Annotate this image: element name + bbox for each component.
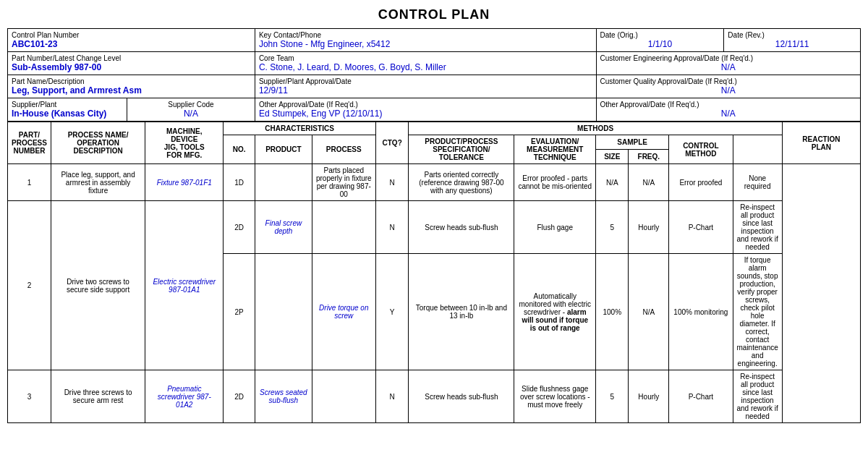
cell-eval-3: Slide flushness gage over screw location… <box>514 370 596 423</box>
cell-control-3: P-Chart <box>669 370 733 423</box>
cell-product-1 <box>255 164 312 201</box>
cell-freq-2p: N/A <box>629 254 669 370</box>
cust-quality-label: Customer Quality Approval/Date (If Req'd… <box>600 77 857 85</box>
cell-product-3: Screws seated sub-flush <box>255 370 312 423</box>
col-ctq: CTQ? <box>375 122 409 164</box>
core-team-label: Core Team <box>259 54 592 62</box>
supplier-plant-value: In-House (Kansas City) <box>12 109 106 119</box>
other-approval2-value: N/A <box>600 109 857 119</box>
cell-freq-3: Hourly <box>629 370 669 423</box>
col-machine: MACHINE,DEVICEJIG, TOOLSFOR MFG. <box>145 122 224 164</box>
part-name-value: Leg, Support, and Armrest Asm <box>12 85 142 95</box>
cust-eng-value: N/A <box>600 62 857 72</box>
cell-eval-1: Error proofed - parts cannot be mis-orie… <box>514 164 596 201</box>
cust-eng-label: Customer Engineering Approval/Date (If R… <box>600 54 857 62</box>
cell-machine-3: Pneumatic screwdriver 987-01A2 <box>145 370 224 423</box>
core-team-value: C. Stone, J. Leard, D. Moores, G. Boyd, … <box>259 62 446 72</box>
col-size: SIZE <box>596 150 629 164</box>
cell-size-1: N/A <box>596 164 629 201</box>
cell-product-2d: Final screw depth <box>255 201 312 254</box>
col-no: NO. <box>224 135 255 164</box>
col-process: PROCESS <box>312 135 375 164</box>
cell-process-3 <box>312 370 375 423</box>
cell-part-number-3: 3 <box>8 370 51 423</box>
col-freq: FREQ. <box>629 150 669 164</box>
cust-quality-value: N/A <box>600 85 857 95</box>
supplier-code-label: Supplier Code <box>131 101 251 109</box>
cell-process-2p: Drive torque on screw <box>312 254 375 370</box>
cell-machine-2: Electric screwdriver 987-01A1 <box>145 201 224 370</box>
date-rev-label: Date (Rev.) <box>728 31 856 39</box>
cell-machine-1: Fixture 987-01F1 <box>145 164 224 201</box>
part-number-label: Part Number/Latest Change Level <box>12 54 251 62</box>
supplier-plant-label: Supplier/Plant <box>12 101 123 109</box>
supplier-approval-value: 12/9/11 <box>259 85 288 95</box>
date-orig-label: Date (Orig.) <box>600 31 720 39</box>
cell-process-2d <box>312 201 375 254</box>
cell-spec-3: Screw heads sub-flush <box>409 370 514 423</box>
col-process-name: PROCESS NAME/OPERATIONDESCRIPTION <box>51 122 145 164</box>
col-control-method: CONTROLMETHOD <box>669 135 733 164</box>
cell-process-1: Parts placed properly in fixture per dra… <box>312 164 375 201</box>
cell-ctq-1: N <box>375 164 409 201</box>
cell-no-2p: 2P <box>224 254 255 370</box>
cell-size-3: 5 <box>596 370 629 423</box>
col-part-process: PART/PROCESSNUMBER <box>8 122 51 164</box>
other-approval-value: Ed Stumpek, Eng VP (12/10/11) <box>259 109 383 119</box>
cell-no-1: 1D <box>224 164 255 201</box>
key-contact-value: John Stone - Mfg Engineer, x5412 <box>259 39 390 49</box>
cell-eval-2d: Flush gage <box>514 201 596 254</box>
date-rev-value: 12/11/11 <box>728 39 856 49</box>
col-prod-spec: PRODUCT/PROCESSSPECIFICATION/TOLERANCE <box>409 135 514 164</box>
cell-process-name-3: Drive three screws to secure arm rest <box>51 370 145 423</box>
col-eval: EVALUATION/MEASUREMENTTECHNIQUE <box>514 135 596 164</box>
cell-process-name-1: Place leg, support, and armrest in assem… <box>51 164 145 201</box>
sample-header: SAMPLE <box>596 135 669 150</box>
cell-ctq-3: N <box>375 370 409 423</box>
cell-part-number-2: 2 <box>8 201 51 370</box>
cell-freq-2d: Hourly <box>629 201 669 254</box>
cell-spec-2d: Screw heads sub-flush <box>409 201 514 254</box>
key-contact-label: Key Contact/Phone <box>259 31 592 39</box>
characteristics-header: CHARACTERISTICS <box>224 122 376 135</box>
cell-no-3: 2D <box>224 370 255 423</box>
cell-reaction-2d: Re-inspect all product since last inspec… <box>733 201 782 254</box>
cell-product-2p <box>255 254 312 370</box>
other-approval2-label: Other Approval/Date (If Req'd.) <box>600 101 857 109</box>
table-row: 1 Place leg, support, and armrest in ass… <box>8 164 861 201</box>
cell-reaction-3: Re-inspect all product since last inspec… <box>733 370 782 423</box>
cell-part-number-1: 1 <box>8 164 51 201</box>
cell-freq-1: N/A <box>629 164 669 201</box>
table-row: 2 Drive two screws to secure side suppor… <box>8 201 861 254</box>
cell-control-2p: 100% monitoring <box>669 254 733 370</box>
other-approval-label: Other Approval/Date (If Req'd.) <box>259 101 592 109</box>
cell-no-2d: 2D <box>224 201 255 254</box>
cell-eval-2p: Automatically monitored with electric sc… <box>514 254 596 370</box>
cell-spec-2p: Torque between 10 in-lb and 13 in-lb <box>409 254 514 370</box>
part-number-value: Sub-Assembly 987-00 <box>12 62 101 72</box>
cell-size-2d: 5 <box>596 201 629 254</box>
cell-control-1: Error proofed <box>669 164 733 201</box>
cell-control-2d: P-Chart <box>669 201 733 254</box>
supplier-approval-label: Supplier/Plant Approval/Date <box>259 77 592 85</box>
cell-ctq-2d: N <box>375 201 409 254</box>
cell-reaction-2p: If torque alarm sounds, stop production,… <box>733 254 782 370</box>
supplier-code-value: N/A <box>131 109 251 119</box>
part-name-label: Part Name/Description <box>12 77 251 85</box>
methods-header: METHODS <box>409 122 782 135</box>
cell-spec-1: Parts oriented correctly (reference draw… <box>409 164 514 201</box>
page-title: CONTROL PLAN <box>7 7 861 22</box>
table-row: 3 Drive three screws to secure arm rest … <box>8 370 861 423</box>
control-plan-number: ABC101-23 <box>12 39 57 49</box>
cell-process-name-2: Drive two screws to secure side support <box>51 201 145 370</box>
date-orig-value: 1/1/10 <box>600 39 720 49</box>
col-product: PRODUCT <box>255 135 312 164</box>
cell-size-2p: 100% <box>596 254 629 370</box>
control-plan-label: Control Plan Number <box>12 31 251 39</box>
cell-ctq-2p: Y <box>375 254 409 370</box>
cell-reaction-1: None required <box>733 164 782 201</box>
col-reaction-plan: REACTIONPLAN <box>782 122 860 164</box>
